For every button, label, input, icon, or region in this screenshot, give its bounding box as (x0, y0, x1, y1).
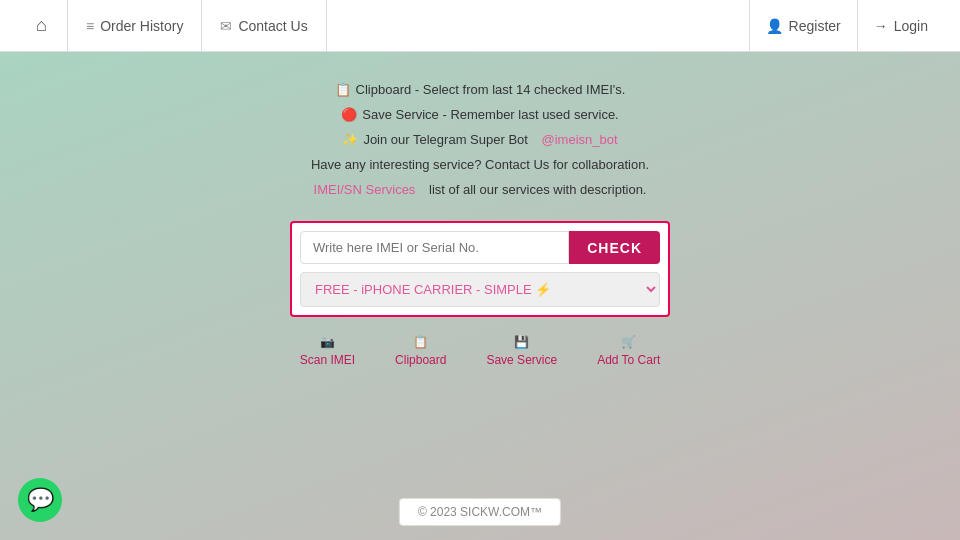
telegram-link[interactable]: @imeisn_bot (542, 132, 618, 147)
contact-label: Contact Us (238, 18, 307, 34)
service-select[interactable]: FREE - iPHONE CARRIER - SIMPLE ⚡ (300, 272, 660, 307)
nav-right: 👤 Register → Login (749, 0, 944, 51)
save-service-label: Save Service (486, 353, 557, 367)
search-box: CHECK FREE - iPHONE CARRIER - SIMPLE ⚡ (290, 221, 670, 317)
scan-imei-icon: 📷 (320, 335, 335, 349)
telegram-info: ✨ Join our Telegram Super Bot @imeisn_bo… (342, 132, 617, 147)
nav-login-button[interactable]: → Login (857, 0, 944, 51)
search-row: CHECK (300, 231, 660, 264)
contact-icon: ✉ (220, 18, 232, 34)
register-icon: 👤 (766, 18, 783, 34)
save-service-icon: 💾 (514, 335, 529, 349)
save-service-info: 🔴 Save Service - Remember last used serv… (341, 107, 618, 122)
footer-text: © 2023 SICKW.COM™ (418, 505, 542, 519)
services-info: IMEI/SN Services list of all our service… (314, 182, 647, 197)
clipboard-info: 📋 Clipboard - Select from last 14 checke… (335, 82, 626, 97)
nav-contact[interactable]: ✉ Contact Us (202, 0, 326, 51)
order-history-icon: ≡ (86, 18, 94, 34)
clipboard-action-icon: 📋 (413, 335, 428, 349)
clipboard-emoji: 📋 (335, 82, 351, 97)
scan-imei-button[interactable]: 📷 Scan IMEI (300, 335, 355, 367)
home-icon: ⌂ (36, 15, 47, 36)
footer: © 2023 SICKW.COM™ (399, 498, 561, 526)
save-emoji: 🔴 (341, 107, 357, 122)
nav-home-button[interactable]: ⌂ (16, 0, 68, 51)
telegram-emoji: ✨ (342, 132, 358, 147)
telegram-text: Join our Telegram Super Bot (363, 132, 528, 147)
clipboard-action-label: Clipboard (395, 353, 446, 367)
order-history-label: Order History (100, 18, 183, 34)
register-label: Register (789, 18, 841, 34)
save-service-button[interactable]: 💾 Save Service (486, 335, 557, 367)
navbar: ⌂ ≡ Order History ✉ Contact Us 👤 Registe… (0, 0, 960, 52)
contact-info: Have any interesting service? Contact Us… (311, 157, 649, 172)
nav-order-history[interactable]: ≡ Order History (68, 0, 202, 51)
login-icon: → (874, 18, 888, 34)
login-label: Login (894, 18, 928, 34)
main-content: 📋 Clipboard - Select from last 14 checke… (0, 52, 960, 367)
clipboard-text: Clipboard - Select from last 14 checked … (356, 82, 626, 97)
nav-register-button[interactable]: 👤 Register (749, 0, 857, 51)
clipboard-button[interactable]: 📋 Clipboard (395, 335, 446, 367)
action-bar: 📷 Scan IMEI 📋 Clipboard 💾 Save Service 🛒… (300, 335, 661, 367)
services-link[interactable]: IMEI/SN Services (314, 182, 416, 197)
services-text: list of all our services with descriptio… (429, 182, 646, 197)
scan-imei-label: Scan IMEI (300, 353, 355, 367)
whatsapp-button[interactable]: 💬 (18, 478, 62, 522)
whatsapp-icon: 💬 (27, 487, 54, 513)
imei-input[interactable] (300, 231, 569, 264)
save-text: Save Service - Remember last used servic… (362, 107, 618, 122)
check-button[interactable]: CHECK (569, 231, 660, 264)
add-to-cart-label: Add To Cart (597, 353, 660, 367)
add-to-cart-icon: 🛒 (621, 335, 636, 349)
add-to-cart-button[interactable]: 🛒 Add To Cart (597, 335, 660, 367)
contact-text: Have any interesting service? Contact Us… (311, 157, 649, 172)
